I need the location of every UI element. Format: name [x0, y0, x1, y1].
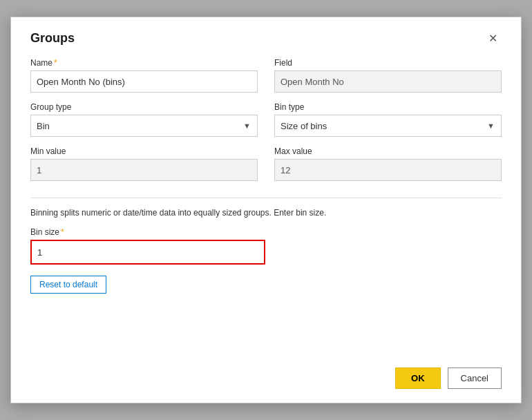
- bin-size-label: Bin size*: [30, 227, 502, 237]
- bin-size-input-wrapper: [30, 240, 265, 265]
- field-group: Field: [274, 58, 502, 93]
- min-value-label: Min value: [30, 146, 258, 156]
- dialog-header: Groups ✕: [30, 31, 502, 46]
- min-value-group: Min value: [30, 146, 258, 181]
- spacer: [30, 294, 502, 354]
- form-grid: Name* Field Group type Bin ▼: [30, 58, 502, 181]
- group-type-select[interactable]: Bin: [30, 115, 258, 137]
- name-label: Name*: [30, 58, 258, 68]
- dialog-title: Groups: [30, 31, 75, 46]
- dialog-footer: OK Cancel: [30, 354, 502, 389]
- field-input: [274, 70, 502, 93]
- name-input[interactable]: [30, 70, 258, 93]
- bin-type-group: Bin type Size of bins Number of bins ▼: [274, 102, 502, 137]
- name-group: Name*: [30, 58, 258, 93]
- dialog-overlay: Groups ✕ Name* Field Group type: [0, 0, 532, 420]
- divider: [30, 198, 502, 198]
- group-type-group: Group type Bin ▼: [30, 102, 258, 137]
- bin-size-required-star: *: [61, 227, 64, 237]
- max-value-group: Max value: [274, 146, 502, 181]
- max-value-input: [274, 159, 502, 181]
- name-required-star: *: [54, 58, 57, 68]
- field-label: Field: [274, 58, 502, 68]
- bin-type-select[interactable]: Size of bins Number of bins: [274, 115, 502, 137]
- group-type-select-wrapper: Bin ▼: [30, 115, 258, 137]
- bin-type-select-wrapper: Size of bins Number of bins ▼: [274, 115, 502, 137]
- bin-type-label: Bin type: [274, 102, 502, 112]
- ok-button[interactable]: OK: [395, 368, 441, 389]
- cancel-button[interactable]: Cancel: [448, 368, 502, 389]
- reset-to-default-button[interactable]: Reset to default: [30, 276, 106, 294]
- bin-size-input[interactable]: [32, 241, 264, 263]
- info-text: Binning splits numeric or date/time data…: [30, 208, 502, 218]
- close-button[interactable]: ✕: [484, 32, 502, 46]
- min-value-input: [30, 159, 258, 181]
- bin-size-section: Bin size*: [30, 227, 502, 265]
- dialog: Groups ✕ Name* Field Group type: [10, 17, 522, 403]
- group-type-label: Group type: [30, 102, 258, 112]
- max-value-label: Max value: [274, 146, 502, 156]
